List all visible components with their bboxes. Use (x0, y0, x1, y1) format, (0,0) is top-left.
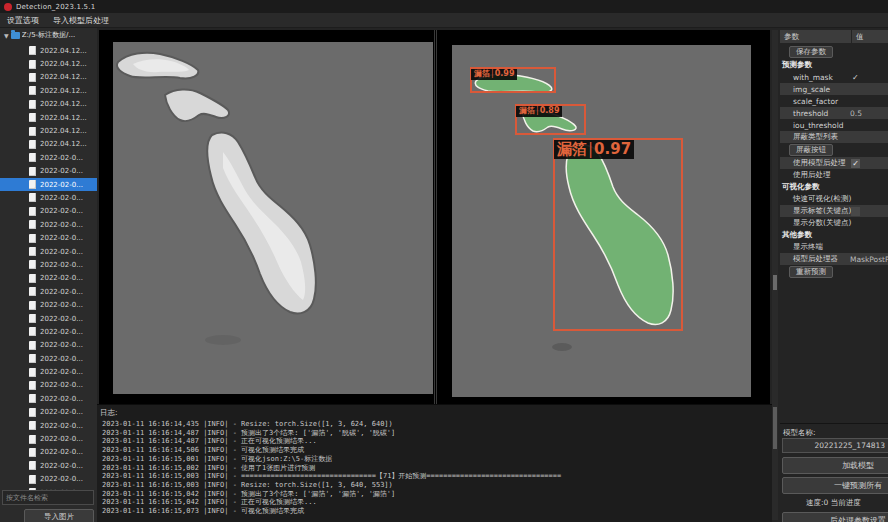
detection-class-text: 漏箔 (557, 140, 587, 158)
param-label: 使用后处理 (780, 170, 831, 180)
tree-item[interactable]: 2022-02-0... (0, 392, 97, 405)
tree-item[interactable]: 2022-02-0... (0, 432, 97, 445)
file-icon (29, 153, 36, 162)
tree-item-label: 2022-02-0... (40, 154, 83, 162)
log-line: 2023-01-11 16:16:15,073 |INFO| - 可视化预测结果… (97, 507, 772, 516)
tree-item[interactable]: 2022-02-0... (0, 339, 97, 352)
param-row[interactable]: scale_factor (780, 95, 888, 107)
main-vertical-scrollbar[interactable] (772, 30, 778, 408)
tree-item-label: 2022-02-0... (40, 341, 83, 349)
caret-down-icon[interactable]: ▼ (4, 32, 9, 39)
param-action-button[interactable]: 保存参数 (789, 46, 833, 58)
tree-item[interactable]: 2022-02-0... (0, 473, 97, 486)
param-row[interactable]: iou_threshold (780, 119, 888, 131)
window-title: Detection_2023.1.5.1 (16, 3, 95, 11)
file-icon (29, 60, 36, 69)
post-process-params-button[interactable]: 后处理参数设置 (782, 512, 888, 522)
predict-all-button[interactable]: 一键预测所有 (782, 477, 888, 494)
tree-item[interactable]: 2022-02-0... (0, 352, 97, 365)
param-row[interactable]: threshold0.5 (780, 107, 888, 119)
tree-item[interactable]: 2022-02-0... (0, 459, 97, 472)
tree-item-label: 2022.04.12... (40, 100, 87, 108)
file-icon (29, 381, 36, 390)
tree-item[interactable]: 2022.04.12... (0, 138, 97, 151)
param-row[interactable]: 模型后处理器MaskPostPro (780, 253, 888, 265)
tree-item[interactable]: 2022.04.12... (0, 44, 97, 57)
file-icon (29, 46, 36, 55)
file-icon (29, 421, 36, 430)
tree-item[interactable]: 2022-02-0... (0, 285, 97, 298)
tree-item[interactable]: 2022-02-0... (0, 258, 97, 271)
tree-item-label: 2022-02-0... (40, 167, 83, 175)
model-name-field[interactable]: 20221225_174813 (782, 438, 888, 453)
param-row[interactable]: 使用模型后处理✓ (780, 157, 888, 169)
file-icon (29, 140, 36, 149)
import-images-button[interactable]: 导入图片 (24, 509, 94, 522)
tree-item[interactable]: 2022.04.12... (0, 124, 97, 137)
log-title: 日志: (97, 405, 772, 420)
param-row[interactable]: 显示标签(关键点) (780, 205, 888, 217)
param-label: 其他参数 (780, 230, 812, 240)
tree-item[interactable]: 2022-02-0... (0, 312, 97, 325)
checkbox[interactable] (851, 207, 860, 216)
tree-item[interactable]: 2022-02-0... (0, 191, 97, 204)
file-icon (29, 475, 36, 484)
file-icon (29, 207, 36, 216)
detection-label: 漏箔|0.99 (471, 69, 517, 80)
tree-item[interactable]: 2022.04.12... (0, 98, 97, 111)
tree-item[interactable]: 2022-02-0... (0, 151, 97, 164)
tree-item[interactable]: 2022.04.12... (0, 57, 97, 70)
tree-item[interactable]: 2022-02-0... (0, 419, 97, 432)
file-icon (29, 341, 36, 350)
tree-item[interactable]: 2022-02-0... (0, 379, 97, 392)
tree-item[interactable]: 2022-02-0... (0, 365, 97, 378)
menu-bar: 设置选项 导入模型后处理 (0, 13, 888, 28)
file-icon (29, 274, 36, 283)
scrollbar-handle[interactable] (773, 275, 777, 290)
param-row[interactable]: img_scale (780, 83, 888, 95)
param-action-button[interactable]: 重新预测 (789, 266, 833, 278)
param-label: 使用模型后处理 (780, 158, 846, 168)
tree-item[interactable]: 2022.04.12... (0, 84, 97, 97)
param-value: 0.5 (850, 109, 862, 118)
tree-item[interactable]: 2022-02-0... (0, 272, 97, 285)
tree-item[interactable]: 2022-02-0... (0, 178, 97, 191)
param-row[interactable]: 显示分数(关键点) (780, 217, 888, 229)
tree-item[interactable]: 2022-02-0... (0, 325, 97, 338)
log-line: 2023-01-11 16:16:15,042 |INFO| - 正在可视化预测… (97, 498, 772, 507)
param-row[interactable]: 屏蔽类型列表 (780, 131, 888, 143)
tree-item[interactable]: 2022-02-0... (0, 406, 97, 419)
tree-item[interactable]: 2022-02-0... (0, 245, 97, 258)
tree-item[interactable]: 2022-02-0... (0, 205, 97, 218)
param-row[interactable]: with_mask✓ (780, 71, 888, 83)
detection-label: 漏箔|0.97 (554, 140, 634, 159)
folder-icon (11, 32, 20, 39)
tree-item[interactable]: 2022-02-0... (0, 165, 97, 178)
tree-item[interactable]: 2022-02-0... (0, 298, 97, 311)
tree-root-folder[interactable]: ▼ Z:/5-标注数据/... (0, 28, 97, 42)
menu-import-postprocess[interactable]: 导入模型后处理 (53, 15, 109, 26)
param-row[interactable]: 使用后处理 (780, 169, 888, 181)
app-logo-icon (4, 3, 12, 11)
load-model-button[interactable]: 加载模型 (782, 457, 888, 474)
scrollbar-handle[interactable] (773, 407, 777, 449)
checkmark-icon: ✓ (852, 73, 859, 82)
tree-item-label: 2022-02-0... (40, 462, 83, 470)
tree-item[interactable]: 2022-02-0... (0, 218, 97, 231)
detection-score-text: 0.99 (495, 69, 515, 78)
file-icon (29, 100, 36, 109)
tree-item[interactable]: 2022.04.12... (0, 111, 97, 124)
param-label: 可视化参数 (780, 182, 820, 192)
tree-item[interactable]: 2022-02-0... (0, 446, 97, 459)
tree-item[interactable]: 2022-02-0... (0, 231, 97, 244)
param-row[interactable]: 快速可视化(检测) (780, 193, 888, 205)
log-vertical-scrollbar[interactable] (772, 406, 778, 520)
search-input[interactable] (2, 490, 94, 505)
tree-item[interactable]: 2022.04.12... (0, 71, 97, 84)
file-icon (29, 301, 36, 310)
menu-settings[interactable]: 设置选项 (7, 15, 39, 26)
checkbox[interactable]: ✓ (851, 159, 860, 168)
label-divider: | (587, 140, 594, 158)
param-row[interactable]: 显示终端 (780, 241, 888, 253)
param-action-button[interactable]: 屏蔽按钮 (789, 144, 833, 156)
